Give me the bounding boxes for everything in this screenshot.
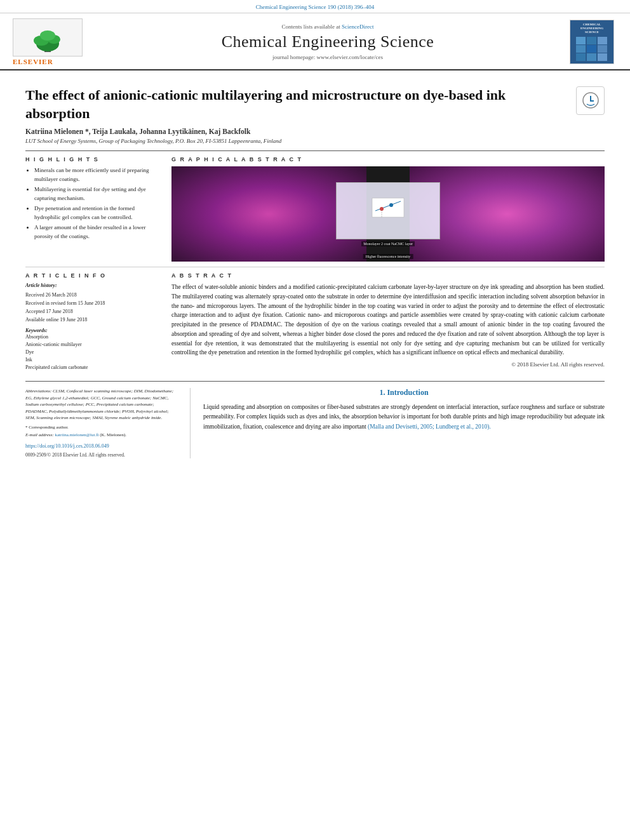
keywords-label: Keywords:	[25, 328, 159, 333]
keyword-3: Dye	[25, 349, 159, 356]
sciencedirect-link[interactable]: ScienceDirect	[342, 23, 373, 30]
article-title-section: The effect of anionic-cationic multilaye…	[25, 86, 605, 123]
introduction-text: Liquid spreading and absorption on compo…	[203, 403, 605, 432]
highlights-list: Minerals can be more efficiently used if…	[25, 166, 159, 241]
keyword-1: Absorption	[25, 333, 159, 341]
highlight-item-4: A larger amount of the binder resulted i…	[34, 223, 159, 241]
highlights-heading: H I G H L I G H T S	[25, 156, 159, 163]
page: Chemical Engineering Science 190 (2018) …	[0, 0, 630, 840]
svg-rect-6	[372, 198, 404, 217]
highlights-column: H I G H L I G H T S Minerals can be more…	[25, 156, 159, 262]
article-title: The effect of anionic-cationic multilaye…	[25, 86, 576, 123]
section-number: 1.	[379, 388, 385, 397]
graph-center-box	[336, 182, 440, 239]
received-row: Received 26 March 2018	[25, 291, 159, 298]
accepted-row: Accepted 17 June 2018	[25, 307, 159, 314]
email-line: E-mail address: katriina.mielonen@lut.fi…	[25, 432, 177, 439]
introduction-column: 1. Introduction Liquid spreading and abs…	[191, 388, 605, 458]
journal-homepage: journal homepage: www.elsevier.com/locat…	[95, 54, 560, 60]
check-updates-badge	[576, 86, 605, 115]
accepted-text: Accepted 17 June 2018	[25, 309, 73, 314]
graph-center-panel: Monolayer 2 coat NaCMC layer	[336, 166, 440, 262]
highlights-graphical-section: H I G H L I G H T S Minerals can be more…	[25, 156, 605, 262]
copyright-line: © 2018 Elsevier Ltd. All rights reserved…	[171, 361, 605, 368]
contents-line: Contents lists available at ScienceDirec…	[95, 23, 560, 30]
highlight-item-3: Dye penetration and retention in the for…	[34, 204, 159, 222]
received-revised-text: Received in revised form 15 June 2018	[25, 300, 105, 306]
email-label: E-mail address:	[25, 432, 54, 437]
authors-line: Katriina Mielonen *, Teija Laukala, Joha…	[25, 128, 605, 135]
journal-header-left: ELSEVIER	[13, 18, 89, 65]
email-link[interactable]: katriina.mielonen@lut.fi	[55, 432, 98, 437]
article-info-heading-label: A R T I C L E I N F O	[25, 272, 159, 279]
highlight-item-1: Minerals can be more efficiently used if…	[34, 166, 159, 183]
journal-header-center: Contents lists available at ScienceDirec…	[89, 23, 566, 60]
elsevier-logo: ELSEVIER	[13, 18, 89, 65]
corresponding-text: * Corresponding author.	[25, 424, 177, 431]
abstract-text: The effect of water-soluble anionic bind…	[171, 283, 605, 357]
article-info-column: A R T I C L E I N F O Article history: R…	[25, 272, 159, 371]
journal-header: ELSEVIER Contents lists available at Sci…	[0, 13, 630, 70]
elsevier-logo-img	[13, 18, 83, 57]
cover-title-text: CHEMICALENGINEERINGSCIENCE	[580, 23, 603, 34]
bottom-section: Abbreviations: CLSM, Confocal laser scan…	[25, 381, 605, 458]
graph-diagram-icon	[369, 195, 407, 227]
main-content: The effect of anionic-cationic multilaye…	[0, 70, 630, 471]
cover-grid	[576, 37, 608, 61]
intro-refs[interactable]: (Malla and Devisetti, 2005; Lundberg et …	[368, 423, 491, 430]
journal-header-right: CHEMICALENGINEERINGSCIENCE	[566, 20, 617, 64]
highlight-item-2: Multilayering is essential for dye setti…	[34, 185, 159, 203]
available-text: Available online 19 June 2018	[25, 317, 87, 323]
keyword-4: Ink	[25, 356, 159, 364]
graphical-abstract-column: G R A P H I C A L A B S T R A C T	[171, 156, 605, 262]
issn-text: 0009-2509/© 2018 Elsevier Ltd. All right…	[25, 451, 177, 458]
graph-center-label: Monolayer 2 coat NaCMC layer	[361, 241, 415, 246]
journal-ref-text: Chemical Engineering Science 190 (2018) …	[256, 4, 375, 10]
journal-cover-thumb: CHEMICALENGINEERINGSCIENCE	[570, 20, 614, 64]
graphical-abstract-image: Monolayer 2 coat NaCMC layer Higher fluo…	[171, 166, 605, 262]
graphical-abstract-heading: G R A P H I C A L A B S T R A C T	[171, 156, 605, 163]
divider-thick	[25, 150, 605, 151]
history-heading: Article history:	[25, 283, 159, 288]
abbreviations-text: Abbreviations: CLSM, Confocal laser scan…	[25, 388, 177, 422]
footnotes-column: Abbreviations: CLSM, Confocal laser scan…	[25, 388, 191, 458]
received-revised-row: Received in revised form 15 June 2018	[25, 299, 159, 306]
authors-text: Katriina Mielonen *, Teija Laukala, Joha…	[25, 128, 250, 135]
received-text: Received 26 March 2018	[25, 292, 77, 298]
journal-title: Chemical Engineering Science	[95, 32, 560, 51]
email-suffix: (K. Mielonen).	[100, 432, 126, 437]
elsevier-label: ELSEVIER	[13, 58, 53, 65]
doi-link[interactable]: https://doi.org/10.1016/j.ces.2018.06.04…	[25, 443, 177, 450]
keywords-section: Keywords: Absorption Anionic-cationic mu…	[25, 328, 159, 371]
svg-point-4	[40, 30, 55, 41]
abstract-column: A B S T R A C T The effect of water-solu…	[171, 272, 605, 371]
info-abstract-section: A R T I C L E I N F O Article history: R…	[25, 272, 605, 371]
check-updates-icon	[582, 91, 600, 110]
keyword-5: Precipitated calcium carbonate	[25, 364, 159, 371]
svg-point-9	[389, 203, 393, 207]
keywords-list: Absorption Anionic-cationic multilayer D…	[25, 333, 159, 371]
section-title-text: Introduction	[387, 388, 428, 397]
elsevier-tree-icon	[22, 28, 73, 53]
divider-thin-1	[25, 267, 605, 267]
journal-top-ref: Chemical Engineering Science 190 (2018) …	[0, 0, 630, 13]
keyword-2: Anionic-cationic multilayer	[25, 341, 159, 349]
affiliation-line: LUT School of Energy Systems, Group of P…	[25, 138, 605, 144]
abstract-heading: A B S T R A C T	[171, 272, 605, 279]
available-row: Available online 19 June 2018	[25, 316, 159, 323]
introduction-section-title: 1. Introduction	[203, 388, 605, 397]
